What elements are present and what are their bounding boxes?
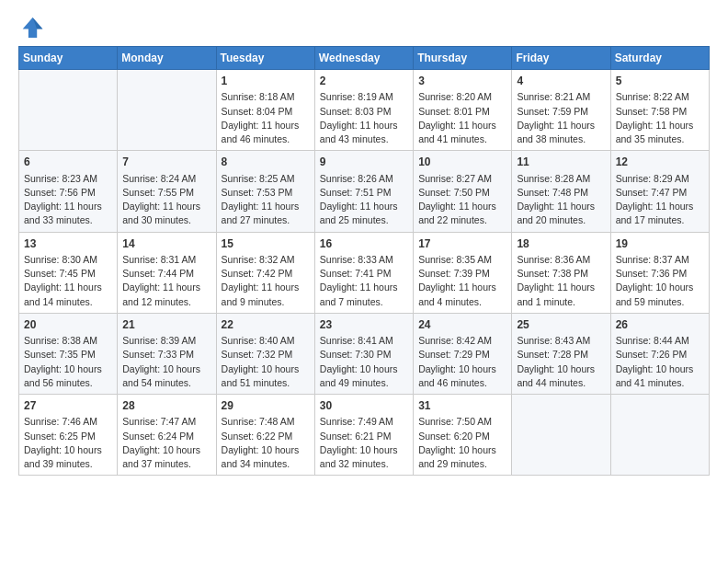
- calendar-cell: 3Sunrise: 8:20 AMSunset: 8:01 PMDaylight…: [414, 70, 512, 151]
- column-headers: SundayMondayTuesdayWednesdayThursdayFrid…: [19, 47, 710, 70]
- day-info: Sunset: 8:01 PM: [418, 105, 506, 119]
- calendar-cell: 14Sunrise: 8:31 AMSunset: 7:44 PMDayligh…: [118, 232, 216, 313]
- day-info: Daylight: 10 hours and 44 minutes.: [517, 362, 605, 390]
- calendar-cell: 18Sunrise: 8:36 AMSunset: 7:38 PMDayligh…: [512, 232, 610, 313]
- day-info: Sunrise: 8:22 AM: [616, 90, 704, 104]
- day-info: Sunset: 7:38 PM: [517, 267, 605, 281]
- calendar-cell: 24Sunrise: 8:42 AMSunset: 7:29 PMDayligh…: [414, 313, 512, 394]
- day-number: 21: [122, 317, 210, 333]
- day-number: 26: [616, 317, 704, 333]
- day-info: Daylight: 11 hours and 25 minutes.: [320, 200, 408, 227]
- day-info: Sunrise: 8:18 AM: [222, 90, 310, 104]
- day-number: 16: [320, 236, 408, 252]
- day-info: Daylight: 11 hours and 4 minutes.: [418, 281, 506, 308]
- calendar-cell: [19, 70, 118, 151]
- calendar-cell: 1Sunrise: 8:18 AMSunset: 8:04 PMDaylight…: [216, 70, 314, 151]
- day-info: Daylight: 10 hours and 46 minutes.: [418, 362, 506, 390]
- day-info: Daylight: 10 hours and 59 minutes.: [616, 281, 704, 308]
- day-info: Sunset: 7:56 PM: [24, 186, 112, 200]
- calendar-cell: 9Sunrise: 8:26 AMSunset: 7:51 PMDaylight…: [314, 151, 413, 232]
- day-info: Sunrise: 8:19 AM: [320, 90, 408, 104]
- day-number: 1: [222, 74, 310, 89]
- day-info: Sunset: 7:35 PM: [24, 348, 112, 362]
- day-info: Sunrise: 8:41 AM: [320, 334, 408, 348]
- day-number: 11: [517, 155, 605, 170]
- day-info: Sunrise: 8:38 AM: [24, 334, 112, 348]
- day-number: 25: [517, 317, 605, 333]
- day-info: Sunset: 8:04 PM: [222, 105, 310, 119]
- day-info: Sunrise: 7:46 AM: [24, 415, 112, 429]
- calendar-cell: 4Sunrise: 8:21 AMSunset: 7:59 PMDaylight…: [512, 70, 610, 151]
- day-info: Sunset: 6:21 PM: [320, 430, 408, 443]
- day-info: Sunrise: 8:35 AM: [418, 253, 506, 267]
- day-info: Sunset: 7:32 PM: [222, 348, 310, 362]
- day-info: Sunrise: 8:42 AM: [418, 334, 506, 348]
- day-info: Sunset: 7:48 PM: [517, 186, 605, 200]
- day-info: Daylight: 11 hours and 43 minutes.: [320, 119, 408, 146]
- day-info: Daylight: 11 hours and 1 minute.: [517, 281, 605, 308]
- calendar-cell: 11Sunrise: 8:28 AMSunset: 7:48 PMDayligh…: [512, 151, 610, 232]
- column-header-monday: Monday: [118, 47, 216, 70]
- calendar-cell: [118, 70, 216, 151]
- day-info: Sunset: 6:20 PM: [418, 430, 506, 443]
- day-number: 14: [122, 236, 210, 252]
- day-info: Daylight: 11 hours and 46 minutes.: [222, 119, 310, 146]
- calendar-cell: 17Sunrise: 8:35 AMSunset: 7:39 PMDayligh…: [414, 232, 512, 313]
- day-number: 18: [517, 236, 605, 252]
- calendar-cell: 19Sunrise: 8:37 AMSunset: 7:36 PMDayligh…: [610, 232, 709, 313]
- day-info: Sunrise: 8:28 AM: [517, 172, 605, 186]
- day-info: Sunset: 7:28 PM: [517, 348, 605, 362]
- day-number: 20: [24, 317, 112, 333]
- day-info: Sunset: 7:50 PM: [418, 186, 506, 200]
- calendar-cell: 26Sunrise: 8:44 AMSunset: 7:26 PMDayligh…: [610, 313, 709, 394]
- day-info: Sunrise: 7:48 AM: [222, 415, 310, 429]
- day-info: Daylight: 10 hours and 32 minutes.: [320, 443, 408, 471]
- day-info: Daylight: 10 hours and 29 minutes.: [418, 443, 506, 471]
- calendar-cell: 6Sunrise: 8:23 AMSunset: 7:56 PMDaylight…: [19, 151, 118, 232]
- calendar-cell: 2Sunrise: 8:19 AMSunset: 8:03 PMDaylight…: [314, 70, 413, 151]
- day-info: Sunset: 7:59 PM: [517, 105, 605, 119]
- day-info: Daylight: 10 hours and 56 minutes.: [24, 362, 112, 390]
- day-info: Sunset: 6:22 PM: [222, 430, 310, 443]
- day-number: 2: [320, 74, 408, 89]
- day-info: Daylight: 11 hours and 22 minutes.: [418, 200, 506, 227]
- calendar-cell: 25Sunrise: 8:43 AMSunset: 7:28 PMDayligh…: [512, 313, 610, 394]
- day-number: 3: [418, 74, 506, 89]
- day-info: Sunrise: 8:27 AM: [418, 172, 506, 186]
- day-info: Sunrise: 8:29 AM: [616, 172, 704, 186]
- day-info: Daylight: 10 hours and 51 minutes.: [222, 362, 310, 390]
- day-info: Sunrise: 8:33 AM: [320, 253, 408, 267]
- day-info: Sunset: 7:44 PM: [122, 267, 210, 281]
- day-info: Daylight: 11 hours and 35 minutes.: [616, 119, 704, 146]
- calendar-cell: 30Sunrise: 7:49 AMSunset: 6:21 PMDayligh…: [314, 395, 413, 476]
- day-info: Sunrise: 8:36 AM: [517, 253, 605, 267]
- day-info: Sunset: 7:26 PM: [616, 348, 704, 362]
- calendar-cell: 22Sunrise: 8:40 AMSunset: 7:32 PMDayligh…: [216, 313, 314, 394]
- day-number: 30: [320, 398, 408, 414]
- column-header-tuesday: Tuesday: [216, 47, 314, 70]
- day-info: Daylight: 10 hours and 39 minutes.: [24, 443, 112, 471]
- day-number: 24: [418, 317, 506, 333]
- day-info: Daylight: 10 hours and 41 minutes.: [616, 362, 704, 390]
- day-info: Sunset: 7:30 PM: [320, 348, 408, 362]
- day-info: Sunset: 7:55 PM: [122, 186, 210, 200]
- day-info: Sunset: 6:25 PM: [24, 430, 112, 443]
- calendar-page: SundayMondayTuesdayWednesdayThursdayFrid…: [0, 0, 728, 490]
- calendar-cell: 20Sunrise: 8:38 AMSunset: 7:35 PMDayligh…: [19, 313, 118, 394]
- day-info: Daylight: 11 hours and 41 minutes.: [418, 119, 506, 146]
- day-info: Sunset: 7:42 PM: [222, 267, 310, 281]
- day-number: 10: [418, 155, 506, 170]
- calendar-cell: 13Sunrise: 8:30 AMSunset: 7:45 PMDayligh…: [19, 232, 118, 313]
- day-info: Sunset: 7:53 PM: [222, 186, 310, 200]
- header: [18, 15, 710, 40]
- day-info: Sunrise: 8:39 AM: [122, 334, 210, 348]
- day-number: 5: [616, 74, 704, 89]
- logo-icon: [18, 15, 44, 40]
- day-info: Daylight: 11 hours and 38 minutes.: [517, 119, 605, 146]
- day-info: Daylight: 11 hours and 17 minutes.: [616, 200, 704, 227]
- day-info: Sunrise: 8:40 AM: [222, 334, 310, 348]
- day-number: 31: [418, 398, 506, 414]
- day-number: 8: [222, 155, 310, 170]
- day-info: Sunrise: 8:31 AM: [122, 253, 210, 267]
- day-info: Sunrise: 8:20 AM: [418, 90, 506, 104]
